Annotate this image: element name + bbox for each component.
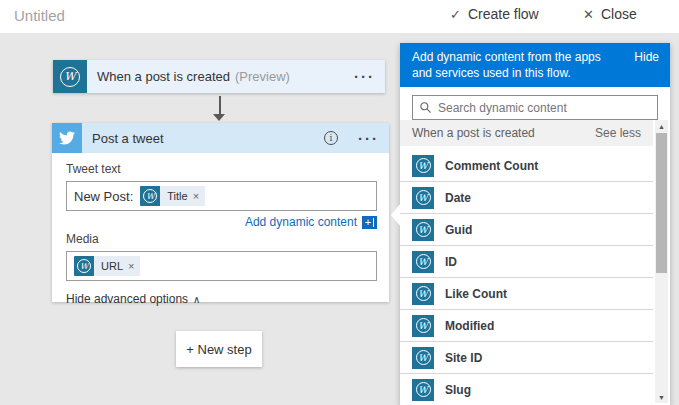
close-button[interactable]: ✕ Close <box>583 6 637 22</box>
action-card: Post a tweet i ··· Tweet text New Post: … <box>52 123 389 302</box>
dynamic-content-item[interactable]: W Guid <box>400 214 653 246</box>
wordpress-icon: W <box>412 315 434 337</box>
tweet-text-input[interactable]: New Post: W Title × <box>66 181 377 211</box>
wordpress-icon: W <box>412 187 434 209</box>
dynamic-content-panel: Add dynamic content from the apps and se… <box>400 43 670 405</box>
wordpress-icon: W <box>74 256 94 276</box>
trigger-card-header[interactable]: When a post is created (Preview) ··· <box>87 60 385 93</box>
wordpress-icon: W <box>412 283 434 305</box>
action-menu-button[interactable]: ··· <box>358 131 379 146</box>
close-icon: ✕ <box>583 7 594 22</box>
dynamic-content-item[interactable]: W Comment Count <box>400 150 653 182</box>
dynamic-content-item-label: Comment Count <box>445 159 538 173</box>
wordpress-icon: W <box>412 155 434 177</box>
tweet-text-label: Tweet text <box>66 162 377 176</box>
wordpress-icon: W <box>412 219 434 241</box>
connector-arrow <box>213 96 226 121</box>
dynamic-content-item-label: Guid <box>445 223 472 237</box>
dynamic-content-item-label: Modified <box>445 319 494 333</box>
trigger-card[interactable]: W When a post is created (Preview) ··· <box>53 60 385 93</box>
panel-scroll-area: When a post is created See less W Commen… <box>400 120 653 405</box>
dynamic-content-list: W Comment Count W Date W Guid W ID W Lik… <box>400 150 653 405</box>
check-icon: ✓ <box>450 7 461 22</box>
preview-tag: (Preview) <box>235 69 290 84</box>
action-title: Post a tweet <box>92 131 164 146</box>
wordpress-icon: W <box>140 186 160 206</box>
scroll-up-icon[interactable]: ▲ <box>655 120 668 132</box>
twitter-bird-glyph <box>59 130 75 146</box>
flow-title-field[interactable]: Untitled <box>14 7 65 24</box>
panel-header: Add dynamic content from the apps and se… <box>400 43 670 87</box>
search-icon <box>419 101 432 114</box>
info-icon[interactable]: i <box>324 131 338 145</box>
title-token[interactable]: W Title × <box>140 186 205 206</box>
media-label: Media <box>66 232 377 246</box>
twitter-icon <box>52 123 82 153</box>
panel-header-text: Add dynamic content from the apps and se… <box>412 49 617 81</box>
dynamic-content-item[interactable]: W Slug <box>400 374 653 405</box>
dynamic-content-section-header: When a post is created See less <box>400 120 653 146</box>
hide-panel-button[interactable]: Hide <box>634 50 659 64</box>
create-flow-label: Create flow <box>468 6 539 22</box>
dynamic-content-item[interactable]: W Modified <box>400 310 653 342</box>
search-box[interactable] <box>412 95 658 120</box>
dynamic-content-item-label: Date <box>445 191 471 205</box>
new-step-button[interactable]: + New step <box>176 331 262 367</box>
flow-canvas: W When a post is created (Preview) ··· P… <box>0 33 679 405</box>
scroll-down-icon[interactable]: ▼ <box>655 391 668 403</box>
chevron-up-icon: ∧ <box>193 294 200 305</box>
url-token[interactable]: W URL × <box>74 256 140 276</box>
section-title: When a post is created <box>412 126 535 140</box>
media-input[interactable]: W URL × <box>66 251 377 281</box>
wordpress-icon: W <box>53 60 87 93</box>
token-label: URL <box>94 260 127 272</box>
dynamic-content-item[interactable]: W Site ID <box>400 342 653 374</box>
search-input[interactable] <box>438 101 651 115</box>
token-label: Title <box>160 190 191 202</box>
panel-scrollbar[interactable]: ▲ ▼ <box>655 120 668 403</box>
close-label: Close <box>601 6 637 22</box>
wordpress-icon: W <box>412 347 434 369</box>
see-less-button[interactable]: See less <box>595 126 641 140</box>
scrollbar-thumb[interactable] <box>656 133 667 273</box>
dynamic-content-item[interactable]: W ID <box>400 246 653 278</box>
action-card-header[interactable]: Post a tweet i ··· <box>52 123 389 153</box>
wordpress-icon: W <box>412 379 434 401</box>
trigger-title: When a post is created <box>97 69 230 84</box>
tweet-text-value: New Post: <box>74 189 133 204</box>
add-dynamic-content-link[interactable]: Add dynamic content <box>245 215 357 229</box>
dynamic-content-item-label: ID <box>445 255 457 269</box>
dynamic-content-item[interactable]: W Date <box>400 182 653 214</box>
add-dynamic-content-icon[interactable]: + <box>362 216 377 229</box>
wordpress-icon: W <box>412 251 434 273</box>
remove-token-icon[interactable]: × <box>192 190 205 202</box>
remove-token-icon[interactable]: × <box>127 260 140 272</box>
dynamic-content-item[interactable]: W Like Count <box>400 278 653 310</box>
dynamic-content-item-label: Site ID <box>445 351 482 365</box>
topbar: Untitled ✓ Create flow ✕ Close <box>0 0 679 33</box>
hide-advanced-options-link[interactable]: Hide advanced options ∧ <box>66 292 377 306</box>
create-flow-button[interactable]: ✓ Create flow <box>450 6 539 22</box>
dynamic-content-item-label: Slug <box>445 383 471 397</box>
wordpress-logo-glyph: W <box>60 67 80 87</box>
dynamic-content-item-label: Like Count <box>445 287 507 301</box>
trigger-menu-button[interactable]: ··· <box>354 69 375 84</box>
